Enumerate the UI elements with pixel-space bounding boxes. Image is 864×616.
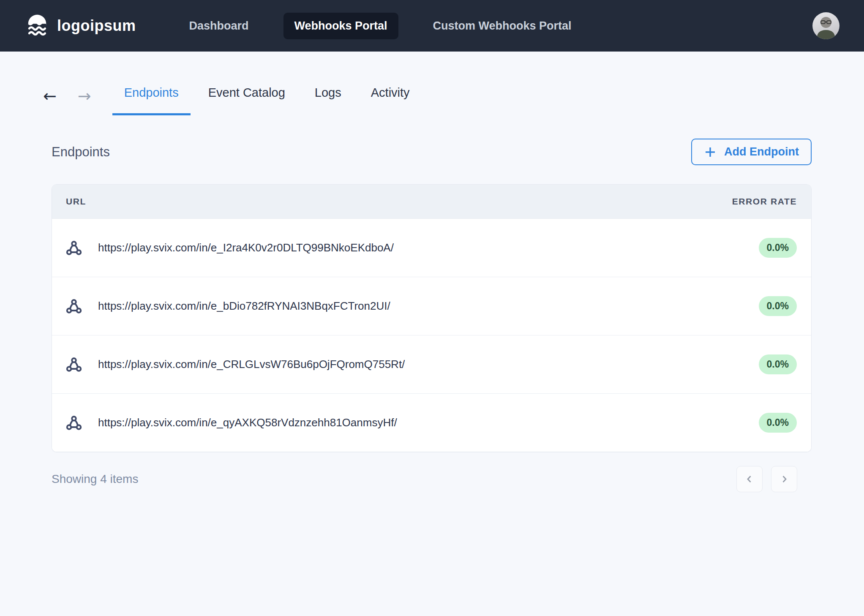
- brand-logo[interactable]: logoipsum: [24, 13, 136, 39]
- portal-tabstrip: ← → Endpoints Event Catalog Logs Activit…: [0, 78, 864, 114]
- webhook-icon: [66, 298, 82, 314]
- endpoints-table: URL ERROR RATE https://play.svix.com/in/…: [52, 184, 812, 452]
- webhook-icon: [66, 415, 82, 431]
- page-header: Endpoints Add Endpoint: [52, 139, 812, 165]
- top-navbar: logoipsum Dashboard Webhooks Portal Cust…: [0, 0, 864, 52]
- tabs: Endpoints Event Catalog Logs Activity: [112, 76, 422, 115]
- error-rate-badge: 0.0%: [759, 296, 797, 316]
- endpoint-url: https://play.svix.com/in/e_bDio782fRYNAI…: [98, 300, 390, 313]
- endpoint-row[interactable]: https://play.svix.com/in/e_qyAXKQ58rVdzn…: [52, 393, 811, 452]
- nav-item-dashboard[interactable]: Dashboard: [178, 13, 260, 39]
- prev-page-button[interactable]: [736, 466, 763, 492]
- chevron-left-icon: [744, 474, 755, 484]
- tab-event-catalog[interactable]: Event Catalog: [196, 76, 297, 115]
- chevron-right-icon: [779, 474, 789, 484]
- tab-activity[interactable]: Activity: [359, 76, 422, 115]
- endpoint-url: https://play.svix.com/in/e_CRLGLvsW76Bu6…: [98, 358, 405, 371]
- endpoint-url: https://play.svix.com/in/e_qyAXKQ58rVdzn…: [98, 416, 397, 429]
- tab-endpoints[interactable]: Endpoints: [112, 76, 191, 115]
- next-page-button[interactable]: [771, 466, 797, 492]
- items-summary: Showing 4 items: [52, 472, 138, 486]
- user-photo-icon: [812, 12, 839, 39]
- error-rate-badge: 0.0%: [759, 238, 797, 258]
- brand-name: logoipsum: [57, 17, 136, 35]
- webhook-icon: [66, 240, 82, 256]
- navbar-menu: Dashboard Webhooks Portal Custom Webhook…: [178, 13, 583, 39]
- endpoint-row[interactable]: https://play.svix.com/in/e_bDio782fRYNAI…: [52, 277, 811, 335]
- pagination: [736, 466, 797, 492]
- add-endpoint-button[interactable]: Add Endpoint: [691, 139, 812, 165]
- add-endpoint-label: Add Endpoint: [724, 145, 799, 158]
- forward-button[interactable]: →: [72, 88, 97, 104]
- column-header-error-rate: ERROR RATE: [732, 196, 797, 207]
- table-header: URL ERROR RATE: [52, 185, 811, 218]
- logoipsum-icon: [24, 13, 50, 39]
- error-rate-badge: 0.0%: [759, 354, 797, 374]
- webhook-icon: [66, 357, 82, 373]
- list-footer: Showing 4 items: [52, 466, 797, 493]
- endpoint-row[interactable]: https://play.svix.com/in/e_I2ra4K0v2r0DL…: [52, 218, 811, 277]
- column-header-url: URL: [66, 196, 86, 207]
- endpoint-url: https://play.svix.com/in/e_I2ra4K0v2r0DL…: [98, 241, 394, 254]
- tab-logs[interactable]: Logs: [303, 76, 353, 115]
- back-button[interactable]: ←: [37, 88, 63, 104]
- page-title: Endpoints: [52, 144, 110, 160]
- endpoint-row[interactable]: https://play.svix.com/in/e_CRLGLvsW76Bu6…: [52, 335, 811, 393]
- nav-item-webhooks-portal[interactable]: Webhooks Portal: [283, 13, 398, 39]
- nav-item-custom-webhooks-portal[interactable]: Custom Webhooks Portal: [422, 13, 583, 39]
- user-avatar[interactable]: [812, 12, 839, 39]
- error-rate-badge: 0.0%: [759, 413, 797, 433]
- plus-icon: [704, 146, 717, 158]
